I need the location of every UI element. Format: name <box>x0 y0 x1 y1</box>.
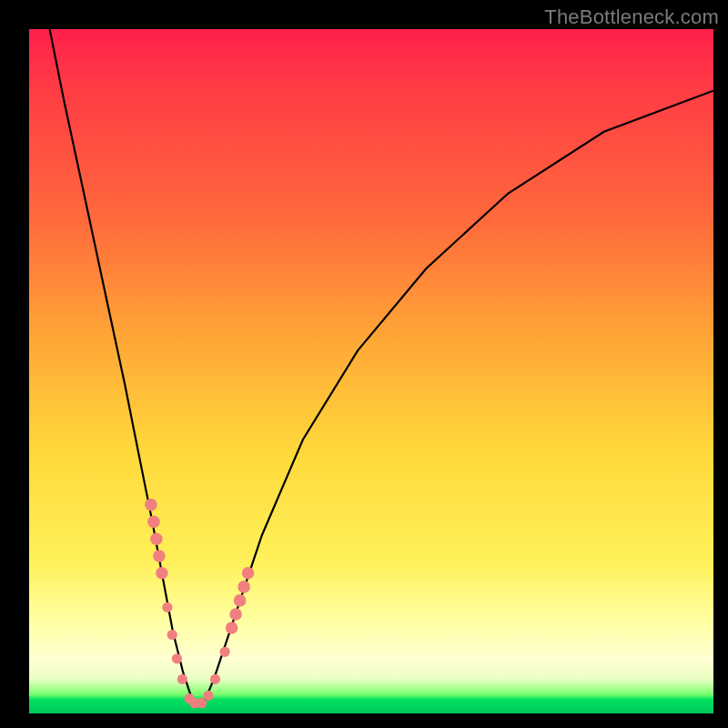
watermark-text: TheBottleneck.com <box>544 5 719 29</box>
curve-layer <box>29 29 713 713</box>
bottleneck-curve <box>50 29 713 703</box>
curve-marker <box>242 567 255 580</box>
curve-marker <box>229 608 242 621</box>
curve-marker <box>197 698 207 708</box>
curve-marker <box>234 594 247 607</box>
plot-area <box>29 29 713 713</box>
curve-marker <box>220 647 230 657</box>
curve-marker <box>172 653 182 663</box>
curve-marker <box>238 581 250 593</box>
curve-marker <box>150 532 163 545</box>
curve-marker <box>203 691 213 701</box>
curve-marker <box>153 550 166 562</box>
curve-marker <box>162 602 172 612</box>
curve-markers <box>145 499 254 709</box>
curve-marker <box>147 516 160 529</box>
curve-marker <box>156 567 168 580</box>
curve-marker <box>210 674 220 684</box>
curve-marker <box>177 674 187 684</box>
curve-marker <box>226 622 238 634</box>
curve-marker <box>145 499 157 511</box>
chart-frame: TheBottleneck.com <box>0 0 728 728</box>
curve-marker <box>167 630 177 640</box>
